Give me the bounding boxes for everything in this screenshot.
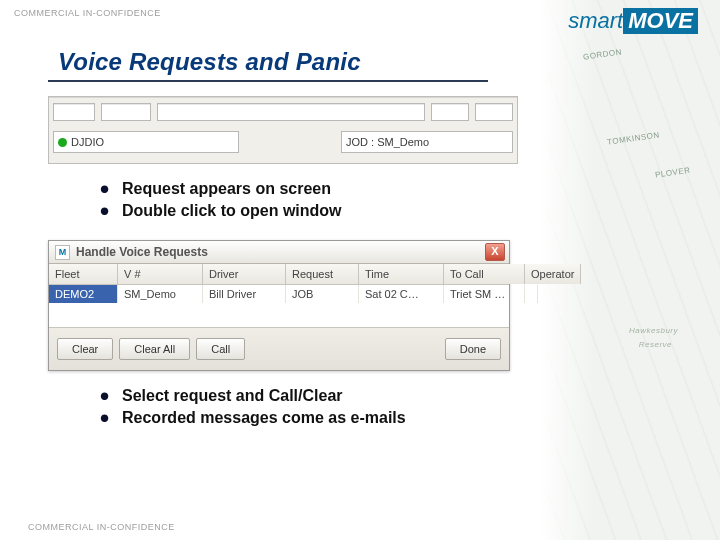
- bullet: Select request and Call/Clear: [122, 387, 720, 405]
- page-title: Voice Requests and Panic: [58, 48, 720, 76]
- button-bar: Clear Clear All Call Done: [49, 327, 509, 370]
- bullet: Double click to open window: [122, 202, 720, 220]
- status-dot-icon: [58, 138, 67, 147]
- call-button[interactable]: Call: [196, 338, 245, 360]
- cell-tocall: Triet SM …: [444, 285, 525, 303]
- status-mid: [245, 131, 335, 153]
- cell-operator: [525, 285, 538, 303]
- app-icon: M: [55, 245, 70, 260]
- cell-vnum: SM_Demo: [118, 285, 203, 303]
- brand-pre: smart: [568, 8, 623, 33]
- brand-post: MOVE: [623, 8, 698, 34]
- bullet-list-a: Request appears on screen Double click t…: [82, 180, 720, 220]
- status-right: JOD : SM_Demo: [341, 131, 513, 153]
- window-title: Handle Voice Requests: [76, 245, 208, 259]
- field: [431, 103, 469, 121]
- column-headers: Fleet V # Driver Request Time To Call Op…: [49, 264, 509, 285]
- cell-request: JOB: [286, 285, 359, 303]
- clear-all-button[interactable]: Clear All: [119, 338, 190, 360]
- classification-bottom: COMMERCIAL IN-CONFIDENCE: [14, 514, 175, 532]
- bullet: Recorded messages come as e-mails: [122, 409, 720, 427]
- status-right-text: JOD : SM_Demo: [346, 136, 429, 148]
- bullet-list-b: Select request and Call/Clear Recorded m…: [82, 387, 720, 427]
- close-button[interactable]: X: [485, 243, 505, 261]
- status-left: DJDIO: [53, 131, 239, 153]
- voice-requests-window: M Handle Voice Requests X Fleet V # Driv…: [48, 240, 510, 371]
- col-driver[interactable]: Driver: [203, 264, 286, 284]
- field: [53, 103, 95, 121]
- col-operator[interactable]: Operator: [525, 264, 581, 284]
- col-fleet[interactable]: Fleet: [49, 264, 118, 284]
- table-row[interactable]: DEMO2 SM_Demo Bill Driver JOB Sat 02 C… …: [49, 285, 509, 303]
- col-vnum[interactable]: V #: [118, 264, 203, 284]
- done-button[interactable]: Done: [445, 338, 501, 360]
- cell-fleet: DEMO2: [49, 285, 118, 303]
- field: [157, 103, 425, 121]
- table-empty-area: [49, 303, 509, 327]
- field: [101, 103, 151, 121]
- col-time[interactable]: Time: [359, 264, 444, 284]
- title-rule: [48, 80, 488, 82]
- col-tocall[interactable]: To Call: [444, 264, 525, 284]
- status-left-text: DJDIO: [71, 136, 104, 148]
- bullet: Request appears on screen: [122, 180, 720, 198]
- cell-driver: Bill Driver: [203, 285, 286, 303]
- clear-button[interactable]: Clear: [57, 338, 113, 360]
- brand-logo: smartMOVE: [568, 8, 698, 34]
- col-request[interactable]: Request: [286, 264, 359, 284]
- screenshot-status-bar: DJDIO JOD : SM_Demo: [48, 96, 518, 164]
- titlebar: M Handle Voice Requests X: [49, 241, 509, 264]
- field: [475, 103, 513, 121]
- cell-time: Sat 02 C…: [359, 285, 444, 303]
